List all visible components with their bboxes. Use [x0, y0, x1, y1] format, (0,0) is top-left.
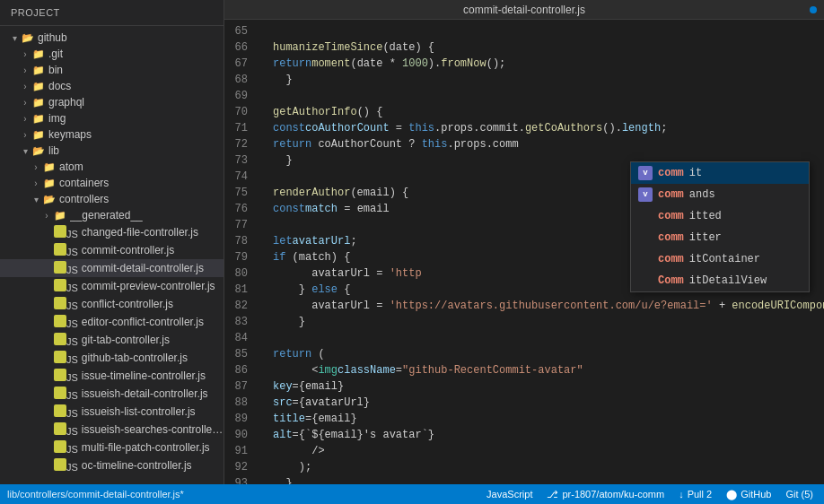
autocomplete-icon-empty [638, 252, 653, 266]
code-line: <img className="github-RecentCommit-avat… [273, 362, 824, 378]
sidebar-item-label: issueish-searches-controller.js [82, 423, 224, 436]
sidebar-item-keymaps[interactable]: keymaps [0, 126, 224, 143]
file-js-icon: JS [54, 440, 78, 455]
folder-closed-icon [32, 80, 45, 92]
sidebar-item-label: commit-detail-controller.js [82, 262, 224, 274]
sidebar-item-commit-controller[interactable]: JScommit-controller.js [0, 241, 224, 259]
sidebar-item-img[interactable]: img [0, 110, 224, 126]
sidebar-item-lib[interactable]: lib [0, 143, 224, 159]
pull-icon: ↓ [679, 489, 684, 500]
tree-arrow [18, 82, 32, 91]
autocomplete-item[interactable]: vcommands [631, 184, 809, 205]
sidebar-item-issueish-detail-controller[interactable]: JSissueish-detail-controller.js [0, 385, 224, 403]
status-branch[interactable]: ⎇ pr-1807/atom/ku-comm [543, 489, 668, 500]
status-github[interactable]: ⬤ GitHub [723, 489, 775, 500]
sidebar-item-github[interactable]: github [0, 30, 224, 46]
sidebar-item-commit-preview-controller[interactable]: JScommit-preview-controller.js [0, 277, 224, 295]
line-number: 71 [224, 120, 255, 136]
autocomplete-item[interactable]: vcommit [631, 162, 809, 184]
tree-arrow [39, 211, 54, 221]
sidebar-item-issueish-searches-controller[interactable]: JSissueish-searches-controller.js [0, 421, 224, 439]
folder-open-icon [43, 193, 56, 205]
line-number: 93 [224, 475, 255, 484]
folder-closed-icon [32, 48, 45, 60]
folder-closed-icon [32, 128, 45, 141]
autocomplete-item[interactable]: committed [631, 205, 809, 227]
sidebar-item-label: lib [48, 144, 224, 157]
line-number: 85 [224, 346, 255, 362]
sidebar-item-conflict-controller[interactable]: JSconflict-controller.js [0, 295, 224, 313]
pull-label: Pull 2 [688, 489, 713, 500]
sidebar-item-changed-file-controller[interactable]: JSchanged-file-controller.js [0, 223, 224, 241]
sidebar-item-label: controllers [59, 193, 224, 205]
file-js-icon: JS [54, 243, 78, 257]
editor-area: commit-detail-controller.js 656667686970… [224, 0, 824, 484]
sidebar-item-label: issueish-list-controller.js [82, 405, 224, 418]
sidebar-item-label: issue-timeline-controller.js [82, 369, 224, 382]
code-line: getAuthorInfo() { [273, 104, 824, 120]
status-bar: lib/controllers/commit-detail-controller… [0, 484, 824, 504]
file-js-icon: JS [54, 422, 78, 437]
autocomplete-item[interactable]: committer [631, 227, 809, 248]
tree-arrow [18, 114, 32, 124]
sidebar-item-label: issueish-detail-controller.js [82, 387, 224, 400]
line-number: 81 [224, 282, 255, 298]
status-language[interactable]: JavaScript [483, 489, 536, 500]
code-area: 6566676869707172737475767778798081828384… [224, 20, 824, 484]
sidebar-item-issue-timeline-controller[interactable]: JSissue-timeline-controller.js [0, 367, 224, 385]
line-number: 88 [224, 395, 255, 411]
sidebar-item-git[interactable]: .git [0, 46, 224, 62]
line-number: 76 [224, 201, 255, 217]
code-line: ); [273, 459, 824, 475]
folder-closed-icon [32, 64, 45, 76]
tree-arrow [7, 33, 22, 43]
sidebar-item-label: github-tab-controller.js [82, 352, 224, 364]
code-line: return moment(date * 1000).fromNow(); [273, 56, 824, 72]
folder-closed-icon [54, 209, 66, 222]
sidebar-item-multi-file-patch-controller[interactable]: JSmulti-file-patch-controller.js [0, 439, 224, 456]
sidebar-item-commit-detail-controller[interactable]: JScommit-detail-controller.js [0, 259, 224, 277]
line-number: 70 [224, 104, 255, 120]
sidebar-item-__generated__[interactable]: __generated__ [0, 207, 224, 223]
editor-top-bar: commit-detail-controller.js [224, 0, 824, 20]
autocomplete-dropdown[interactable]: vcommitvcommandscommittedcommittercommit… [630, 161, 810, 292]
sidebar-item-graphql[interactable]: graphql [0, 94, 224, 110]
sidebar-item-docs[interactable]: docs [0, 78, 224, 94]
sidebar-item-label: commit-preview-controller.js [82, 280, 224, 292]
sidebar-item-bin[interactable]: bin [0, 62, 224, 78]
autocomplete-icon: v [638, 187, 653, 202]
line-number: 78 [224, 233, 255, 249]
status-dot [810, 6, 817, 13]
line-numbers: 6566676869707172737475767778798081828384… [224, 20, 262, 484]
sidebar-item-label: bin [48, 64, 224, 76]
code-line [273, 330, 824, 346]
code-line: key={email} [273, 378, 824, 395]
status-git[interactable]: Git (5) [782, 489, 817, 500]
sidebar-item-label: editor-conflict-controller.js [82, 316, 224, 328]
code-line: return coAuthorCount ? this.props.comm [273, 136, 824, 152]
sidebar-item-oc-timeline-controller[interactable]: JSoc-timeline-controller.js [0, 456, 224, 474]
sidebar-item-atom[interactable]: atom [0, 159, 224, 175]
line-number: 73 [224, 152, 255, 169]
autocomplete-item[interactable]: commitContainer [631, 248, 809, 270]
line-number: 89 [224, 411, 255, 427]
line-number: 86 [224, 362, 255, 378]
autocomplete-item[interactable]: CommitDetailView [631, 270, 809, 291]
line-number: 82 [224, 298, 255, 314]
sidebar-item-controllers[interactable]: controllers [0, 191, 224, 207]
sidebar-item-github-tab-controller[interactable]: JSgithub-tab-controller.js [0, 349, 224, 367]
sidebar-item-containers[interactable]: containers [0, 175, 224, 191]
sidebar-item-label: atom [59, 161, 224, 173]
line-number: 84 [224, 330, 255, 346]
file-js-icon: JS [54, 351, 78, 365]
sidebar-item-editor-conflict-controller[interactable]: JSeditor-conflict-controller.js [0, 313, 224, 331]
tree-arrow [29, 195, 43, 204]
sidebar-item-git-tab-controller[interactable]: JSgit-tab-controller.js [0, 331, 224, 349]
code-line: src={avatarUrl} [273, 395, 824, 411]
sidebar-item-issueish-list-controller[interactable]: JSissueish-list-controller.js [0, 403, 224, 421]
github-label: GitHub [741, 489, 771, 500]
sidebar-item-label: __generated__ [70, 209, 224, 222]
autocomplete-match: comm [658, 230, 684, 246]
status-pull[interactable]: ↓ Pull 2 [675, 489, 715, 500]
sidebar-item-label: conflict-controller.js [82, 298, 224, 310]
